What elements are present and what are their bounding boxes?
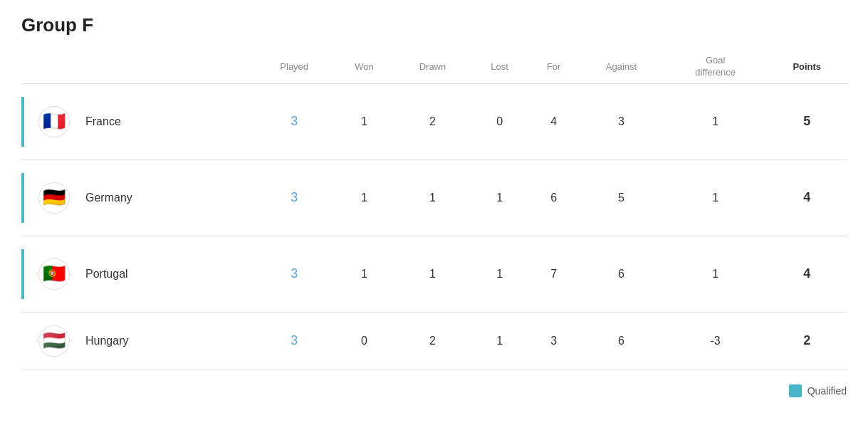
drawn-val: 1	[394, 159, 471, 236]
for-val: 3	[528, 312, 579, 370]
drawn-val: 2	[394, 312, 471, 370]
points-val: 2	[767, 312, 847, 370]
col-played: Played	[254, 51, 333, 83]
lost-val: 0	[471, 83, 528, 159]
team-name: Germany	[85, 192, 132, 204]
for-val: 4	[528, 83, 579, 159]
points-val: 4	[767, 236, 847, 312]
team-cell: 🇭🇺Hungary	[21, 312, 254, 370]
team-cell: 🇵🇹Portugal	[21, 236, 254, 312]
points-val: 5	[767, 83, 847, 159]
col-against: Against	[579, 51, 664, 83]
drawn-val: 1	[394, 236, 471, 312]
team-cell: 🇩🇪Germany	[21, 159, 254, 236]
flag-icon: 🇭🇺	[38, 325, 70, 357]
col-drawn: Drawn	[394, 51, 471, 83]
col-lost: Lost	[471, 51, 528, 83]
qualified-bar	[21, 173, 24, 223]
played-val: 3	[254, 83, 333, 159]
goal-diff-val: 1	[664, 159, 768, 236]
for-val: 6	[528, 159, 579, 236]
played-val: 3	[254, 159, 333, 236]
team-cell: 🇫🇷France	[21, 83, 254, 159]
qualified-bar	[21, 249, 24, 299]
for-val: 7	[528, 236, 579, 312]
table-row: 🇫🇷France31204315	[21, 83, 847, 159]
qualified-color-box	[789, 384, 802, 397]
col-goal-difference: Goal difference	[664, 51, 768, 83]
lost-val: 1	[471, 159, 528, 236]
table-row: 🇩🇪Germany31116514	[21, 159, 847, 236]
col-team	[21, 51, 254, 83]
played-val: 3	[254, 312, 333, 370]
qualified-bar	[21, 97, 24, 147]
col-for: For	[528, 51, 579, 83]
standings-table: Played Won Drawn Lost For Against Goal d…	[21, 51, 847, 370]
col-points: Points	[767, 51, 847, 83]
qualified-label: Qualified	[807, 385, 847, 397]
flag-icon: 🇵🇹	[38, 258, 70, 290]
table-row: 🇵🇹Portugal31117614	[21, 236, 847, 312]
flag-icon: 🇩🇪	[38, 182, 70, 214]
group-title: Group F	[21, 14, 847, 36]
team-name: Hungary	[85, 335, 128, 347]
against-val: 6	[579, 236, 664, 312]
team-name: Portugal	[85, 268, 128, 281]
table-row: 🇭🇺Hungary302136-32	[21, 312, 847, 370]
won-val: 1	[334, 83, 394, 159]
flag-icon: 🇫🇷	[38, 106, 70, 137]
won-val: 0	[334, 312, 394, 370]
goal-diff-val: 1	[664, 83, 768, 159]
against-val: 5	[579, 159, 664, 236]
won-val: 1	[334, 159, 394, 236]
col-won: Won	[334, 51, 394, 83]
drawn-val: 2	[394, 83, 471, 159]
against-val: 3	[579, 83, 664, 159]
team-name: France	[85, 115, 121, 128]
goal-diff-val: -3	[664, 312, 768, 370]
legend-area: Qualified	[21, 384, 847, 397]
against-val: 6	[579, 312, 664, 370]
lost-val: 1	[471, 236, 528, 312]
lost-val: 1	[471, 312, 528, 370]
played-val: 3	[254, 236, 333, 312]
goal-diff-val: 1	[664, 236, 768, 312]
points-val: 4	[767, 159, 847, 236]
won-val: 1	[334, 236, 394, 312]
